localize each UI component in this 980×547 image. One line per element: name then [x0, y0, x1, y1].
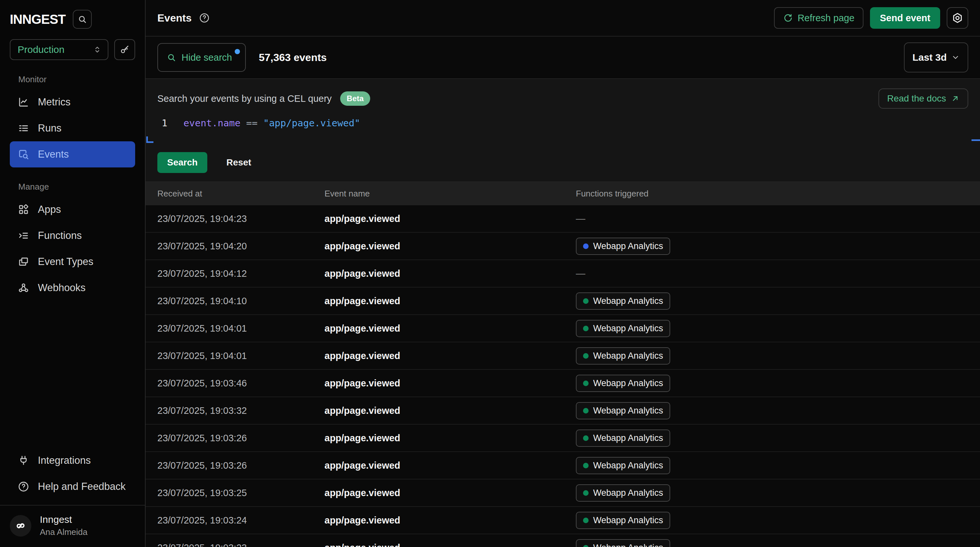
function-name: Webapp Analytics — [593, 405, 663, 416]
table-row[interactable]: 23/07/2025, 19:03:25app/page.viewedWebap… — [146, 479, 980, 507]
plug-icon — [18, 455, 29, 466]
column-header-event-name: Event name — [325, 189, 576, 199]
sidebar-item-label: Webhooks — [38, 282, 86, 294]
event-name-cell: app/page.viewed — [325, 433, 576, 444]
table-row[interactable]: 23/07/2025, 19:03:46app/page.viewedWebap… — [146, 370, 980, 397]
received-at-cell: 23/07/2025, 19:03:24 — [158, 515, 325, 526]
table-row[interactable]: 23/07/2025, 19:04:23app/page.viewed— — [146, 205, 980, 233]
received-at-cell: 23/07/2025, 19:04:20 — [158, 241, 325, 252]
sidebar-item-metrics[interactable]: Metrics — [10, 89, 135, 115]
profile-org-name: Inngest — [40, 514, 88, 525]
event-name-cell: app/page.viewed — [325, 378, 576, 389]
profile-menu[interactable]: Inngest Ana Almeida — [0, 506, 145, 547]
function-badge[interactable]: Webapp Analytics — [576, 429, 670, 447]
settings-button[interactable] — [947, 7, 968, 29]
function-badge[interactable]: Webapp Analytics — [576, 375, 670, 392]
function-badge[interactable]: Webapp Analytics — [576, 484, 670, 502]
search-notification-dot — [235, 49, 240, 54]
functions-triggered-cell: — — [576, 268, 980, 279]
received-at-cell: 23/07/2025, 19:04:10 — [158, 296, 325, 307]
environment-select[interactable]: Production — [10, 39, 108, 60]
apps-grid-icon — [18, 204, 29, 215]
table-row[interactable]: 23/07/2025, 19:03:23app/page.viewedWebap… — [146, 534, 980, 547]
table-row[interactable]: 23/07/2025, 19:04:20app/page.viewedWebap… — [146, 233, 980, 260]
chart-line-icon — [18, 96, 29, 108]
toggle-search-button[interactable]: Hide search — [158, 43, 246, 72]
read-docs-label: Read the docs — [887, 93, 946, 104]
event-name-cell: app/page.viewed — [325, 296, 576, 307]
function-badge[interactable]: Webapp Analytics — [576, 539, 670, 547]
table-row[interactable]: 23/07/2025, 19:03:26app/page.viewedWebap… — [146, 425, 980, 452]
sidebar-item-functions[interactable]: Functions — [10, 223, 135, 249]
functions-triggered-cell: Webapp Analytics — [576, 238, 980, 255]
function-name: Webapp Analytics — [593, 488, 663, 498]
search-panel-title: Search your events by using a CEL query — [158, 93, 332, 104]
function-badge[interactable]: Webapp Analytics — [576, 320, 670, 337]
refresh-page-label: Refresh page — [797, 13, 854, 24]
read-docs-button[interactable]: Read the docs — [878, 89, 968, 109]
sidebar-item-integrations[interactable]: Integrations — [10, 447, 135, 474]
sidebar-item-apps[interactable]: Apps — [10, 197, 135, 223]
table-row[interactable]: 23/07/2025, 19:04:01app/page.viewedWebap… — [146, 342, 980, 370]
arrow-up-right-icon — [951, 94, 960, 103]
search-button[interactable]: Search — [158, 152, 207, 173]
environment-label: Production — [18, 44, 64, 55]
chevron-updown-icon — [93, 45, 102, 54]
function-status-dot — [583, 463, 589, 468]
search-icon — [77, 14, 87, 24]
table-row[interactable]: 23/07/2025, 19:04:10app/page.viewedWebap… — [146, 288, 980, 315]
function-badge[interactable]: Webapp Analytics — [576, 347, 670, 364]
sidebar: INNGEST Production — [0, 0, 146, 547]
reset-button[interactable]: Reset — [226, 157, 251, 168]
editor-line-number: 1 — [146, 118, 183, 129]
function-status-dot — [583, 545, 589, 547]
editor-resize-handle-right[interactable] — [972, 139, 980, 141]
page-help-icon[interactable] — [199, 13, 210, 24]
table-row[interactable]: 23/07/2025, 19:04:12app/page.viewed— — [146, 260, 980, 288]
table-row[interactable]: 23/07/2025, 19:04:01app/page.viewedWebap… — [146, 315, 980, 342]
received-at-cell: 23/07/2025, 19:04:23 — [158, 213, 325, 224]
cel-query-editor[interactable]: 1 event.name == "app/page.viewed" — [146, 118, 980, 129]
time-range-label: Last 3d — [912, 52, 947, 63]
functions-triggered-cell: Webapp Analytics — [576, 347, 980, 364]
event-name-cell: app/page.viewed — [325, 460, 576, 471]
sidebar-item-label: Event Types — [38, 256, 93, 268]
event-name-cell: app/page.viewed — [325, 488, 576, 498]
function-status-dot — [583, 408, 589, 413]
event-keys-button[interactable] — [114, 39, 135, 60]
time-range-select[interactable]: Last 3d — [904, 43, 968, 72]
profile-user-name: Ana Almeida — [40, 527, 88, 537]
page-header-actions: Refresh page Send event — [774, 7, 968, 29]
table-row[interactable]: 23/07/2025, 19:03:24app/page.viewedWebap… — [146, 507, 980, 534]
send-event-button[interactable]: Send event — [870, 7, 940, 29]
page-header-left: Events — [158, 12, 210, 24]
function-badge[interactable]: Webapp Analytics — [576, 457, 670, 474]
sidebar-item-event-types[interactable]: Event Types — [10, 249, 135, 275]
nav-group-monitor: MetricsRunsEvents — [0, 89, 145, 167]
function-name: Webapp Analytics — [593, 351, 663, 361]
table-row[interactable]: 23/07/2025, 19:03:32app/page.viewedWebap… — [146, 397, 980, 425]
sidebar-search-button[interactable] — [73, 10, 92, 29]
function-badge[interactable]: Webapp Analytics — [576, 293, 670, 310]
sidebar-item-events[interactable]: Events — [10, 142, 135, 167]
sidebar-top: INNGEST Production — [0, 0, 145, 301]
function-list-icon — [18, 230, 29, 242]
function-badge[interactable]: Webapp Analytics — [576, 402, 670, 420]
sidebar-item-webhooks[interactable]: Webhooks — [10, 275, 135, 301]
sidebar-item-label: Integrations — [38, 455, 91, 466]
sidebar-item-label: Help and Feedback — [38, 481, 126, 493]
table-header: Received at Event name Functions trigger… — [146, 182, 980, 205]
function-badge[interactable]: Webapp Analytics — [576, 512, 670, 529]
refresh-page-button[interactable]: Refresh page — [774, 7, 864, 29]
table-row[interactable]: 23/07/2025, 19:03:26app/page.viewedWebap… — [146, 452, 980, 479]
sidebar-item-help-and-feedback[interactable]: Help and Feedback — [10, 474, 135, 500]
toggle-search-label: Hide search — [181, 52, 232, 63]
function-name: Webapp Analytics — [593, 461, 663, 471]
editor-resize-handle-left[interactable] — [146, 137, 153, 143]
gear-icon — [951, 12, 963, 24]
sidebar-item-runs[interactable]: Runs — [10, 115, 135, 142]
function-badge[interactable]: Webapp Analytics — [576, 238, 670, 255]
nav-group-manage: AppsFunctionsEvent TypesWebhooks — [0, 197, 145, 301]
function-status-dot — [583, 436, 589, 441]
event-search-icon — [18, 148, 29, 160]
